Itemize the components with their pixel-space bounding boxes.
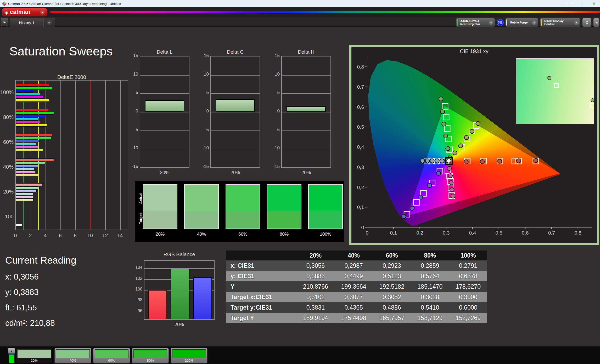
cie-x-tick-label: 0,3 [443,230,450,236]
cie-measured-yellow [453,151,457,155]
table-cell: 0,3056 [296,260,335,271]
cie-measured-yellow [464,135,469,140]
delta-gridline [140,112,189,112]
delta-y-tick: 5 [199,90,209,95]
pattern-button-40%[interactable]: 40% [54,348,91,363]
display-control-dropdown[interactable]: Direct Display Control ▼ [540,18,581,27]
delta-gridline [211,93,260,94]
deltae-gridline [31,81,31,230]
current-pattern-swatch[interactable] [9,354,14,363]
meter-count-badge[interactable]: 701 [497,19,504,26]
measurement-table: 20%40%60%80%100%x: CIE310,30560,29870,29… [226,251,487,323]
tab-scroll-button[interactable]: ▶ [1,18,8,26]
table-cell: 185,1470 [411,281,449,292]
cie-target-blue [413,200,419,205]
table-cell: 175,4498 [335,313,373,323]
deltae-x-tick: 6 [56,233,64,238]
cie-x-tick-label: 0,5 [495,230,502,236]
deltae-bar-80%-red [16,109,49,111]
table-cell: 0,2923 [373,260,411,271]
cie-measured-magenta [450,188,454,192]
cie-x-tick-label: 0,8 [574,230,581,236]
cie-y-tick-label: 0,8 [357,64,364,70]
pattern-swatch-100% [172,349,206,358]
table-cell: 0,5764 [411,271,449,281]
cie-whitepoint-measured [447,159,451,163]
table-header-label [226,251,296,260]
delta-bar-delta-h [287,106,326,112]
table-cell: 192,5182 [373,281,411,292]
meter-dropdown[interactable]: X-Rite i1Pro 3 Rear Projector ▼ [456,18,495,27]
cie-measured-magenta [449,181,453,185]
minimize-button[interactable]: — [564,0,576,7]
table-header-100%: 100% [449,251,487,260]
delta-y-tick: 15 [129,53,138,58]
deltae-x-tick: 4 [41,233,49,238]
close-button[interactable]: ✕ [588,0,600,7]
tab-history-1[interactable]: History 1 [10,18,43,27]
pattern-button-100%[interactable]: 100% [171,348,208,363]
reading-x: x: 0,3056 [5,272,76,282]
delta-y-tick: 0 [270,109,280,114]
source-dropdown[interactable]: Mobile Forge ▼ [505,18,538,27]
table-cell: 0,3052 [373,292,411,302]
actual-row-label: Actual [139,190,143,206]
menu-strip: ◈ calman ▼ [0,7,600,17]
inset-target-point-edge [590,103,594,108]
delta-y-tick: -10 [270,145,280,151]
delta-gridline [282,93,330,94]
cie-zoom-inset [516,58,594,124]
cie-y-tick-label: 0,6 [357,104,364,110]
deltae-gridline [105,81,106,230]
display-control-status-stripe [541,19,542,26]
table-header-60%: 60% [373,251,411,260]
cie-measured-yellow [470,129,474,133]
pattern-button-20%[interactable]: 20% [16,348,53,363]
calman-menu-button[interactable]: ◈ calman ▼ [2,8,47,16]
delta-gridline [140,130,189,131]
pattern-button-80%[interactable]: 80% [132,348,169,363]
cie-x-tick-label: 0 [366,230,369,236]
pattern-button-60%[interactable]: 60% [93,348,130,363]
cie-measured-red [517,159,521,163]
deltae-ref-line-1 [23,81,24,230]
pattern-up-button[interactable]: ▲ [8,348,15,354]
actual-swatch-40% [185,185,218,211]
deltae-gridline [75,81,76,230]
cie-x-tick-label: 0,7 [548,230,555,236]
add-tab-button[interactable]: + [43,18,55,27]
collapse-panel-button[interactable]: ◀ [593,18,599,27]
table-header-row: 20%40%60%80%100% [226,251,487,260]
table-cell: 165,7957 [373,313,411,323]
cie-measured-blue [436,171,441,175]
delta-plot-delta-h [281,56,331,168]
deltae-bar-40%-cyan [16,168,34,170]
cie-target-green [443,114,449,120]
maximize-button[interactable]: □ [576,0,588,7]
current-reading-block: Current Reading x: 0,3056 y: 0,3883 fL: … [5,255,76,334]
cie-y-tick-label: 0,3 [357,164,364,170]
display-control-name: Direct Display Control [544,19,573,26]
chevron-down-icon: ▼ [532,20,537,25]
cie-measured-magenta [448,174,452,178]
target-swatch-100% [309,211,342,229]
deltae-bar-60%-cyan [16,143,37,145]
delta-x-label: 20% [281,170,331,175]
pattern-swatch-40% [56,349,90,358]
deltae-bar-100%-cyan [16,93,40,96]
deltae-bar-80%-yellow [16,124,47,127]
settings-gear-button[interactable]: ⚙ [582,18,592,27]
actual-swatch-60% [226,185,260,211]
title-bar: Calman 2025 Calman Ultimate for Business… [0,0,600,7]
cie-y-tick-label: 0,7 [357,84,364,90]
deltae-x-tick: 2 [26,233,34,238]
cie-y-tick-label: 0,1 [357,204,364,210]
actual-swatch-20% [143,185,177,211]
delta-gridline [282,149,330,149]
cie-x-tick-label: 0,6 [522,230,529,236]
calman-dropdown-icon: ▼ [40,10,45,15]
table-cell: 199,3664 [335,281,373,292]
rgb-y-tick: 98 [131,298,142,302]
delta-chart-title: Delta H [281,49,331,55]
rainbow-accent-bar [50,11,600,13]
